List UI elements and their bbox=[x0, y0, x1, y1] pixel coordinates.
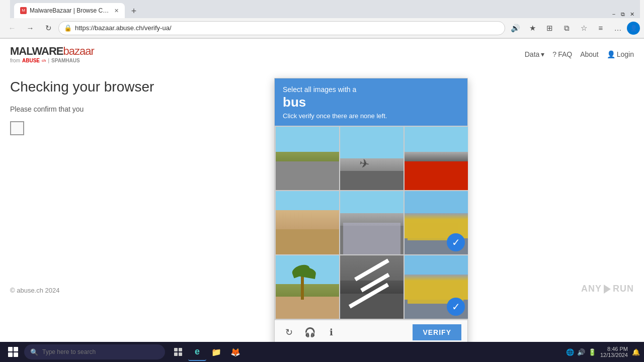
taskbar-search-input[interactable] bbox=[42, 348, 143, 355]
split-button[interactable]: ⧉ bbox=[558, 20, 575, 36]
logo-malware: MALWARE bbox=[10, 45, 63, 57]
navigation-bar: ← → ↻ 🔒 https://bazaar.abuse.ch/verify-u… bbox=[0, 18, 644, 38]
captcha-cell-3[interactable]: ✓ bbox=[405, 127, 468, 190]
captcha-header: Select all images with a bus Click verif… bbox=[275, 78, 467, 126]
logo-from: from bbox=[10, 58, 20, 63]
tab-label: MalwareBazaar | Browse Checkin... bbox=[30, 7, 110, 14]
taskbar-task-view[interactable] bbox=[169, 343, 187, 361]
nav-about-link[interactable]: About bbox=[580, 50, 599, 58]
close-button[interactable]: ✕ bbox=[628, 10, 636, 18]
captcha-cell-8[interactable]: ✓ bbox=[340, 255, 404, 319]
logo-abuse: ABUSE bbox=[22, 58, 40, 63]
refresh-button[interactable]: ↻ bbox=[40, 20, 56, 36]
site-logo: MALWAREbazaar from ABUSEch | SPAMHAUS bbox=[10, 45, 94, 63]
captcha-word: bus bbox=[283, 95, 459, 110]
captcha-instruction: Select all images with a bbox=[283, 85, 459, 94]
site-nav-links: Data ▾ ? FAQ About 👤 Login bbox=[525, 50, 634, 58]
taskbar-system-icons: 🌐 🔊 🔋 bbox=[566, 348, 596, 356]
logo-ch: ch bbox=[42, 58, 46, 63]
notification-icon[interactable]: 🔔 bbox=[632, 348, 640, 356]
anyrun-run-text: RUN bbox=[613, 284, 634, 294]
folder-icon: 📁 bbox=[211, 347, 221, 357]
svg-rect-3 bbox=[179, 352, 182, 356]
captcha-cell-9[interactable]: ✓ bbox=[405, 255, 468, 319]
captcha-cell-2[interactable]: ✈ ✓ bbox=[340, 127, 404, 190]
captcha-refresh-button[interactable]: ↻ bbox=[281, 324, 297, 340]
tab-close-button[interactable]: ✕ bbox=[114, 8, 119, 14]
nav-right-icons: 🔊 ★ ⊞ ⧉ ☆ ≡ … 👤 bbox=[507, 20, 640, 36]
human-checkbox[interactable] bbox=[10, 121, 24, 135]
data-dropdown-icon: ▾ bbox=[541, 50, 544, 58]
captcha-cell-5[interactable]: ✓ bbox=[340, 191, 404, 254]
tab-favicon: M bbox=[20, 7, 27, 14]
captcha-cell-4[interactable]: ✓ bbox=[276, 191, 339, 254]
taskbar: 🔍 e 📁 🦊 🌐 🔊 🔋 8:46 PM bbox=[0, 342, 644, 362]
svg-rect-1 bbox=[179, 348, 182, 351]
captcha-footer: ↻ 🎧 ℹ VERIFY bbox=[275, 320, 467, 344]
favorites-button[interactable]: ☆ bbox=[576, 20, 592, 36]
captcha-dialog: Select all images with a bus Click verif… bbox=[274, 78, 468, 350]
captcha-cell-1[interactable]: ✓ bbox=[276, 127, 339, 190]
captcha-image-grid: ✓ ✈ ✓ ✓ ✓ ✓ bbox=[275, 126, 467, 320]
volume-icon[interactable]: 🔊 bbox=[577, 348, 585, 356]
copyright-text: © abuse.ch 2024 bbox=[10, 287, 59, 294]
nav-login-link[interactable]: 👤 Login bbox=[607, 50, 634, 58]
restore-button[interactable]: ⧉ bbox=[619, 10, 627, 18]
page-content: MALWAREbazaar from ABUSEch | SPAMHAUS Da… bbox=[0, 39, 644, 304]
taskbar-clock[interactable]: 8:46 PM 12/13/2024 bbox=[600, 346, 628, 358]
faq-icon: ? bbox=[552, 50, 556, 58]
svg-rect-0 bbox=[174, 348, 178, 351]
collections-button[interactable]: ≡ bbox=[593, 20, 609, 36]
address-bar[interactable]: 🔒 https://bazaar.abuse.ch/verify-ua/ bbox=[58, 21, 505, 35]
read-aloud-button[interactable]: 🔊 bbox=[507, 20, 523, 36]
network-icon[interactable]: 🌐 bbox=[566, 348, 574, 356]
url-display: https://bazaar.abuse.ch/verify-ua/ bbox=[75, 24, 500, 32]
forward-button[interactable]: → bbox=[22, 20, 38, 36]
captcha-check-9: ✓ bbox=[447, 298, 465, 316]
profile-button[interactable]: 👤 bbox=[627, 22, 640, 35]
svg-rect-2 bbox=[174, 352, 178, 356]
settings-button[interactable]: … bbox=[610, 20, 626, 36]
start-button[interactable] bbox=[4, 343, 22, 361]
taskbar-right: 🌐 🔊 🔋 8:46 PM 12/13/2024 🔔 bbox=[566, 346, 640, 358]
add-favorites-button[interactable]: ★ bbox=[524, 20, 540, 36]
logo-separator: | bbox=[48, 58, 49, 63]
extensions-button[interactable]: ⊞ bbox=[541, 20, 557, 36]
lock-icon: 🔒 bbox=[64, 24, 72, 32]
nav-faq-link[interactable]: ? FAQ bbox=[552, 50, 572, 58]
anyrun-text: ANY bbox=[581, 284, 602, 294]
captcha-subtext: Click verify once there are none left. bbox=[283, 112, 459, 120]
captcha-footer-icons: ↻ 🎧 ℹ bbox=[281, 324, 339, 340]
battery-icon[interactable]: 🔋 bbox=[588, 348, 596, 356]
captcha-verify-button[interactable]: VERIFY bbox=[413, 324, 461, 340]
minimize-button[interactable]: − bbox=[610, 10, 618, 18]
nav-data-link[interactable]: Data ▾ bbox=[525, 50, 545, 58]
anyrun-icon bbox=[604, 285, 611, 294]
tab-bar: M MalwareBazaar | Browse Checkin... ✕ + … bbox=[10, 0, 640, 18]
captcha-cell-6[interactable]: ✓ bbox=[405, 191, 468, 254]
browser-chrome: M MalwareBazaar | Browse Checkin... ✕ + … bbox=[0, 0, 644, 39]
captcha-audio-button[interactable]: 🎧 bbox=[302, 324, 318, 340]
task-view-icon bbox=[174, 347, 183, 356]
captcha-cell-7[interactable]: ✓ bbox=[276, 255, 339, 319]
taskbar-apps: e 📁 🦊 bbox=[169, 343, 245, 361]
clock-time: 8:46 PM bbox=[600, 346, 628, 352]
taskbar-search[interactable]: 🔍 bbox=[24, 344, 165, 359]
captcha-info-button[interactable]: ℹ bbox=[323, 324, 339, 340]
windows-icon bbox=[8, 347, 18, 357]
site-navigation: MALWAREbazaar from ABUSEch | SPAMHAUS Da… bbox=[0, 39, 644, 69]
taskbar-explorer-app[interactable]: 📁 bbox=[207, 343, 225, 361]
logo-spamhaus: SPAMHAUS bbox=[51, 58, 79, 63]
title-bar: M MalwareBazaar | Browse Checkin... ✕ + … bbox=[0, 0, 644, 18]
new-tab-button[interactable]: + bbox=[127, 4, 141, 18]
taskbar-edge-app[interactable]: e bbox=[188, 343, 206, 361]
login-icon: 👤 bbox=[607, 50, 615, 58]
logo-bazaar: bazaar bbox=[63, 45, 94, 57]
back-button[interactable]: ← bbox=[4, 20, 20, 36]
captcha-check-6: ✓ bbox=[447, 233, 465, 251]
tab-active[interactable]: M MalwareBazaar | Browse Checkin... ✕ bbox=[14, 3, 125, 18]
taskbar-firefox-app[interactable]: 🦊 bbox=[226, 343, 245, 361]
edge-icon: e bbox=[195, 346, 200, 357]
search-icon: 🔍 bbox=[30, 348, 38, 356]
logo-subtitle: from ABUSEch | SPAMHAUS bbox=[10, 58, 94, 63]
